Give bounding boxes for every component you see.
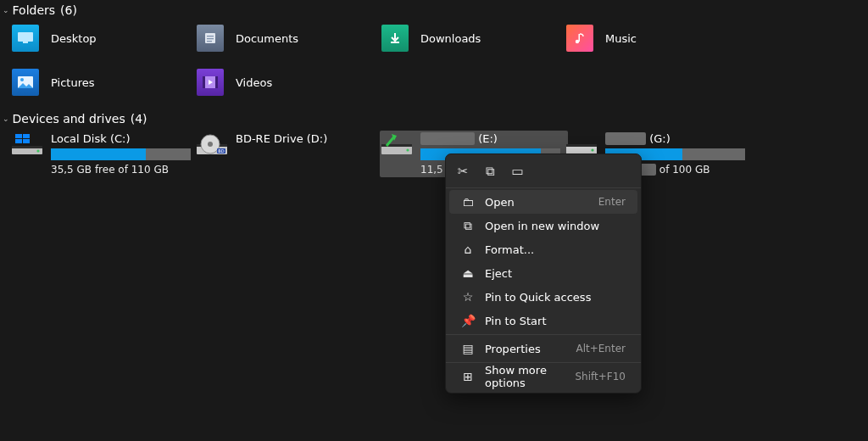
svg-rect-0 (18, 32, 33, 42)
ctx-format[interactable]: ⌂ Format... (449, 237, 637, 261)
separator (446, 362, 641, 363)
copy-icon[interactable]: ⧉ (486, 164, 495, 179)
folder-label: Desktop (51, 32, 97, 45)
chevron-down-icon: ⌄ (3, 6, 9, 14)
section-count: (6) (60, 3, 77, 17)
ctx-pin-quick-access[interactable]: ☆ Pin to Quick access (449, 285, 637, 309)
svg-rect-3 (207, 36, 214, 36)
folder-label: Videos (236, 76, 272, 89)
ctx-properties[interactable]: ▤ Properties Alt+Enter (449, 337, 637, 360)
svg-point-17 (36, 149, 39, 152)
ctx-shortcut: Shift+F10 (575, 371, 626, 382)
star-icon: ☆ (461, 290, 475, 304)
drive-name: (E:) (420, 132, 566, 145)
eject-icon: ⏏ (461, 266, 475, 280)
pictures-icon (12, 69, 39, 96)
folder-desktop[interactable]: Desktop (12, 24, 197, 53)
ctx-label: Open (485, 196, 588, 209)
separator (446, 334, 641, 335)
folder-label: Pictures (51, 76, 94, 89)
downloads-icon (381, 25, 409, 52)
optical-drive-icon: BD (197, 132, 227, 156)
ctx-label: Pin to Quick access (485, 291, 626, 304)
folder-label: Downloads (420, 32, 481, 45)
drive-bdre-d[interactable]: BD BD-RE Drive (D:) (197, 132, 381, 176)
usage-fill (51, 148, 146, 160)
svg-point-30 (406, 148, 409, 151)
hdd-icon (566, 132, 597, 156)
windows-drive-icon (12, 132, 42, 156)
folders-section-header[interactable]: ⌄ Folders (6) (0, 0, 868, 20)
properties-icon: ▤ (461, 342, 475, 355)
section-title: Folders (13, 3, 56, 17)
svg-rect-1 (23, 42, 28, 43)
pin-icon: 📌 (461, 314, 475, 327)
svg-rect-6 (391, 42, 399, 43)
desktop-icon (12, 25, 39, 52)
ctx-shortcut: Alt+Enter (576, 343, 626, 354)
svg-rect-32 (566, 144, 597, 147)
drive-name: (G:) (605, 132, 751, 145)
folder-open-icon: 🗀 (461, 195, 475, 209)
more-options-icon: ⊞ (461, 370, 475, 383)
folder-documents[interactable]: Documents (197, 24, 381, 53)
ctx-eject[interactable]: ⏏ Eject (449, 261, 637, 285)
ctx-label: Eject (485, 267, 626, 280)
ctx-pin-start[interactable]: 📌 Pin to Start (449, 309, 637, 332)
videos-icon (197, 69, 224, 96)
ctx-label: Show more options (485, 364, 565, 389)
svg-rect-16 (12, 146, 42, 148)
section-title: Devices and drives (13, 112, 125, 126)
documents-icon (197, 25, 224, 52)
svg-rect-5 (207, 41, 212, 42)
ctx-label: Open in new window (485, 220, 626, 232)
drive-local-c[interactable]: Local Disk (C:) 35,5 GB free of 110 GB (12, 132, 197, 176)
folder-label: Documents (236, 32, 298, 45)
context-menu: ✂ ⧉ ▭ 🗀 Open Enter ⧉ Open in new window … (445, 154, 642, 394)
drive-free-text: 35,5 GB free of 110 GB (51, 164, 197, 176)
folder-videos[interactable]: Videos (197, 68, 381, 97)
svg-point-25 (208, 142, 213, 147)
ctx-shortcut: Enter (598, 196, 626, 208)
svg-rect-19 (23, 134, 30, 138)
folder-label: Music (605, 32, 637, 45)
ctx-open-new-window[interactable]: ⧉ Open in new window (449, 214, 637, 237)
svg-text:BD: BD (218, 148, 224, 154)
folder-music[interactable]: Music (566, 24, 751, 53)
format-icon: ⌂ (461, 243, 475, 256)
svg-rect-4 (207, 38, 214, 39)
svg-rect-18 (15, 134, 22, 138)
music-icon (566, 25, 593, 52)
svg-rect-8 (579, 34, 581, 42)
drive-name: Local Disk (C:) (51, 132, 197, 145)
new-window-icon: ⧉ (461, 219, 475, 233)
drives-grid: Local Disk (C:) 35,5 GB free of 110 GB B… (0, 129, 868, 187)
svg-rect-13 (215, 76, 218, 88)
svg-rect-12 (203, 76, 205, 88)
svg-rect-21 (23, 139, 30, 143)
ctx-label: Properties (485, 343, 565, 355)
usage-bar (51, 148, 191, 160)
drive-name: BD-RE Drive (D:) (236, 132, 381, 145)
drives-section-header[interactable]: ⌄ Devices and drives (4) (0, 109, 868, 129)
folders-grid: Desktop Documents Downloads Music Pictur… (0, 20, 868, 109)
svg-point-33 (591, 148, 593, 151)
rename-icon[interactable]: ▭ (512, 164, 524, 179)
section-count: (4) (131, 112, 147, 126)
folder-pictures[interactable]: Pictures (12, 68, 197, 97)
svg-point-10 (20, 78, 24, 81)
svg-rect-20 (15, 139, 22, 143)
folder-downloads[interactable]: Downloads (381, 24, 566, 53)
cut-icon[interactable]: ✂ (458, 164, 469, 179)
ctx-label: Format... (485, 243, 626, 256)
ctx-label: Pin to Start (485, 315, 626, 327)
context-menu-quick-actions: ✂ ⧉ ▭ (446, 159, 641, 186)
chevron-down-icon: ⌄ (3, 114, 9, 123)
ctx-show-more[interactable]: ⊞ Show more options Shift+F10 (449, 365, 637, 388)
ctx-open[interactable]: 🗀 Open Enter (449, 190, 637, 214)
separator (446, 187, 641, 188)
removable-drive-icon (381, 132, 412, 156)
